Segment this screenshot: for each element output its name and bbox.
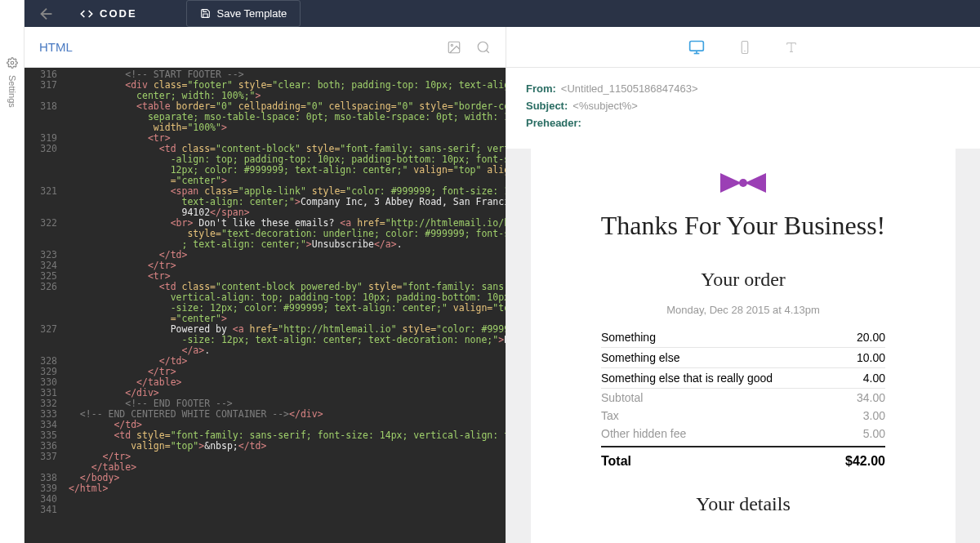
table-row: Something else10.00 <box>601 348 885 368</box>
email-heading: Thanks For Your Business! <box>531 211 956 265</box>
from-label: From: <box>526 82 556 95</box>
table-row: Something else that is really good4.00 <box>601 368 885 389</box>
svg-line-4 <box>486 50 488 52</box>
table-row: Subtotal34.00 <box>601 389 885 407</box>
side-rail: Settings <box>0 0 24 543</box>
language-tab[interactable]: HTML <box>39 40 73 54</box>
order-heading: Your order <box>531 265 956 304</box>
from-value: <Untitled_11505186847463> <box>561 82 698 95</box>
preview-pane: From:<Untitled_11505186847463> Subject:<… <box>506 27 980 543</box>
table-row: Tax3.00 <box>601 407 885 425</box>
subject-value: <%subject%> <box>572 100 638 112</box>
settings-label[interactable]: Settings <box>7 75 17 108</box>
text-icon[interactable] <box>785 41 798 54</box>
subject-label: Subject: <box>526 100 568 112</box>
desktop-icon[interactable] <box>688 39 705 56</box>
tab-code[interactable]: CODE <box>72 7 145 20</box>
gear-icon[interactable] <box>7 57 18 69</box>
svg-point-2 <box>451 44 452 46</box>
search-icon[interactable] <box>476 40 491 55</box>
order-date: Monday, Dec 28 2015 at 4.13pm <box>531 304 956 316</box>
back-arrow-icon[interactable] <box>38 5 56 23</box>
bowtie-icon <box>531 149 956 211</box>
order-table: Something20.00Something else10.00Somethi… <box>601 327 885 472</box>
code-icon <box>80 7 93 20</box>
editor-pane: HTML 316317 318 319320 321 322 323324325… <box>24 27 506 543</box>
preheader-label: Preheader: <box>526 117 581 129</box>
code-tab-label: CODE <box>100 7 137 20</box>
svg-point-12 <box>739 179 747 187</box>
email-preview: Thanks For Your Business! Your order Mon… <box>531 149 956 543</box>
topbar: CODE Save Template <box>24 0 980 27</box>
svg-point-0 <box>11 61 14 65</box>
table-row: Something20.00 <box>601 327 885 348</box>
details-heading: Your details <box>531 472 956 528</box>
svg-rect-8 <box>742 41 748 53</box>
save-icon <box>200 8 211 19</box>
image-icon[interactable] <box>447 40 461 55</box>
svg-point-3 <box>478 42 488 51</box>
mobile-icon[interactable] <box>737 40 752 55</box>
save-button-label: Save Template <box>217 7 287 20</box>
svg-rect-5 <box>690 41 704 51</box>
save-template-button[interactable]: Save Template <box>186 0 301 27</box>
total-row: Total$42.00 <box>601 446 885 472</box>
code-editor[interactable]: 316317 318 319320 321 322 323324325326 3… <box>24 68 506 543</box>
table-row: Other hidden fee5.00 <box>601 425 885 443</box>
email-meta: From:<Untitled_11505186847463> Subject:<… <box>506 68 980 149</box>
